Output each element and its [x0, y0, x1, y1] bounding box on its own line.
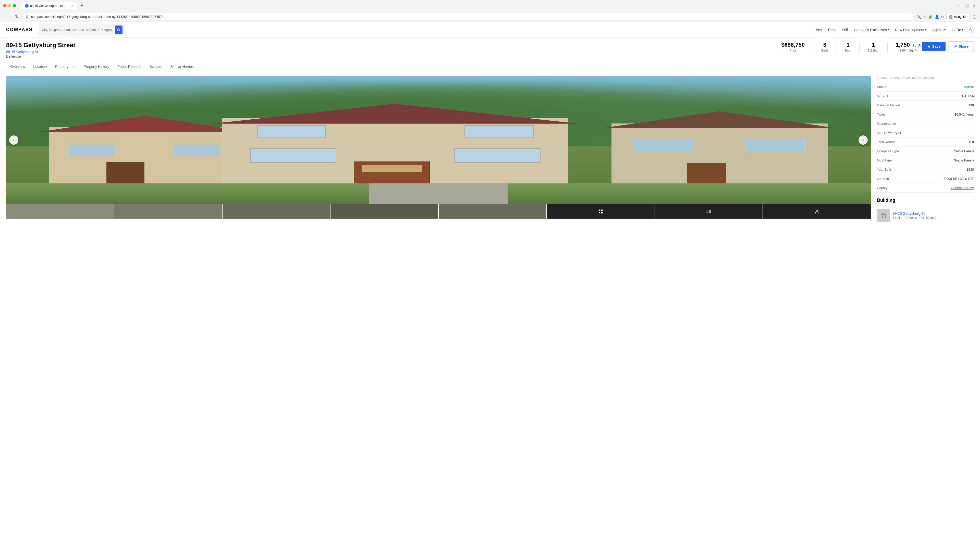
lower-window-1 [250, 148, 336, 163]
nav-sell[interactable]: Sell [839, 26, 850, 34]
incognito-label: Incognito [954, 15, 966, 19]
browser-topbar: 89-15 Gettysburg Street | Comp... ✕ + ─ … [0, 0, 980, 11]
status-label: Status [877, 85, 886, 89]
beds-value: 3 [821, 41, 828, 48]
right-window-1 [633, 139, 694, 152]
grid-view-button[interactable] [547, 204, 655, 219]
detail-row-mlsid: MLS ID 3515656 [877, 92, 974, 101]
driveway [369, 183, 508, 204]
tab-location[interactable]: Location [29, 62, 51, 72]
left-house-window-1 [68, 144, 116, 156]
user-icon [968, 28, 972, 32]
restore-window-button[interactable]: ⬜ [963, 3, 970, 9]
year-built-value: 1930 [966, 168, 974, 171]
price-sqft-label: $394 / Sq. Ft. [896, 49, 922, 52]
thumbnail-3[interactable] [223, 204, 330, 219]
thumbnail-1[interactable] [6, 204, 114, 219]
window-close-button[interactable] [3, 4, 6, 7]
sync-icon[interactable]: ⟳ [941, 15, 944, 19]
building-name-link[interactable]: 89-15 Gettysburg St [893, 211, 924, 216]
county-value-link[interactable]: Queens County [951, 186, 974, 190]
building-section-title: Building [877, 198, 974, 203]
photo-prev-button[interactable]: ‹ [9, 135, 18, 144]
building-thumbnail [877, 209, 890, 222]
nav-compass-exclusives[interactable]: Compass Exclusives ▾ [851, 26, 891, 34]
detail-row-lot-size: Lot Size 3,000 SF / 30' x 100' [877, 174, 974, 183]
close-window-button[interactable]: ✕ [972, 3, 977, 9]
refresh-button[interactable]: ↻ [14, 13, 19, 20]
nav-agents[interactable]: Agents ▾ [930, 26, 948, 34]
tab-similar-homes[interactable]: Similar Homes [166, 62, 198, 72]
share-button[interactable]: ↗ Share [948, 41, 974, 51]
dom-label: Days on Market [877, 103, 900, 107]
search-input[interactable] [42, 28, 113, 32]
browser-menu-button[interactable]: ⋮ [972, 14, 977, 20]
new-tab-button[interactable]: + [78, 2, 85, 10]
share-arrow-icon: ↗ [954, 44, 957, 48]
forward-button[interactable]: › [8, 14, 12, 20]
browser-toolbar-icons: 🔍 ☆ 🧩 👤 ⟳ 🕵 Incognito ⋮ [917, 14, 977, 20]
thumbnail-5[interactable] [439, 204, 546, 219]
profile-icon[interactable]: 👤 [935, 15, 939, 19]
listing-header: 89-15 Gettysburg Street 89-15 Gettysburg… [6, 41, 974, 62]
user-account-button[interactable] [967, 26, 974, 33]
tab-title: 89-15 Gettysburg Street | Comp... [30, 4, 68, 8]
grid-icon [598, 209, 603, 214]
thumbnail-4[interactable] [331, 204, 438, 219]
tab-overview[interactable]: Overview [6, 62, 29, 72]
listing-address-link[interactable]: 89-15 Gettysburg St [6, 50, 781, 54]
thumbnail-2[interactable] [115, 204, 222, 219]
compass-exclusives-label: Compass Exclusives [854, 28, 887, 32]
building-item: 89-15 Gettysburg St 1 Units · 2 Stories … [877, 206, 974, 225]
back-button[interactable]: ‹ [3, 14, 6, 20]
search-icon[interactable]: 🔍 [917, 15, 921, 19]
nav-rent[interactable]: Rent [826, 26, 838, 34]
building-info: 89-15 Gettysburg St 1 Units · 2 Stories … [893, 211, 974, 220]
detail-row-year-built: Year Built 1930 [877, 165, 974, 174]
stat-sqft: 1,750 Sq. Ft. $394 / Sq. Ft. [896, 41, 922, 52]
tab-public-records[interactable]: Public Records [113, 62, 145, 72]
window-minimize-button[interactable] [8, 4, 11, 7]
half-bath-label: 1/2 Bath [868, 49, 879, 52]
map-view-button[interactable] [655, 204, 763, 219]
goto-label: Go To [952, 28, 961, 32]
taxes-value: $6,542 / year [955, 113, 974, 116]
tab-property-info[interactable]: Property Info [51, 62, 80, 72]
tab-property-history[interactable]: Property History [80, 62, 113, 72]
extensions-icon[interactable]: 🧩 [928, 15, 933, 19]
save-button[interactable]: ★ Save [922, 42, 945, 51]
photo-next-button[interactable]: › [859, 135, 868, 144]
tab-close-icon[interactable]: ✕ [71, 4, 73, 8]
svg-point-0 [117, 28, 119, 30]
maintenance-value: - [973, 122, 974, 125]
minimize-window-button[interactable]: ─ [956, 2, 961, 10]
lower-window-2 [454, 148, 541, 163]
main-house-door [354, 162, 430, 185]
taxes-label: Taxes [877, 113, 886, 116]
tab-schools[interactable]: Schools [145, 62, 166, 72]
photo-container: ‹ › [6, 76, 871, 204]
bookmark-star-icon[interactable]: ☆ [923, 15, 926, 19]
main-nav: Buy Rent Sell Compass Exclusives ▾ New D… [813, 26, 974, 34]
browser-chrome: 89-15 Gettysburg Street | Comp... ✕ + ─ … [0, 0, 980, 22]
street-view-icon [815, 209, 819, 214]
street-view-button[interactable] [763, 204, 871, 219]
next-arrow-icon: › [862, 138, 864, 142]
building-stories: 2 Stories [905, 216, 917, 220]
nav-new-development[interactable]: New Development ▾ [892, 26, 929, 34]
address-bar: ‹ › ↻ 🔒 compass.com/listing/89-15-gettys… [0, 11, 980, 22]
nav-buy[interactable]: Buy [813, 26, 824, 34]
url-bar[interactable]: 🔒 compass.com/listing/89-15-gettysburg-s… [21, 13, 915, 21]
listing-page: 89-15 Gettysburg Street 89-15 Gettysburg… [0, 38, 980, 229]
window-maximize-button[interactable] [13, 4, 16, 7]
rooms-label: Total Rooms [877, 140, 895, 144]
site-logo[interactable]: COMPASS [6, 27, 33, 32]
incognito-button[interactable]: 🕵 Incognito [946, 14, 969, 20]
search-button[interactable] [115, 25, 123, 34]
active-tab[interactable]: 89-15 Gettysburg Street | Comp... ✕ [21, 2, 77, 10]
tab-bar: 89-15 Gettysburg Street | Comp... ✕ + [18, 2, 954, 10]
nav-goto[interactable]: Go To ▾ [949, 26, 966, 34]
listing-photo [6, 76, 871, 204]
goto-caret-icon: ▾ [962, 28, 963, 31]
url-text: compass.com/listing/89-15-gettysburg-str… [31, 15, 911, 19]
